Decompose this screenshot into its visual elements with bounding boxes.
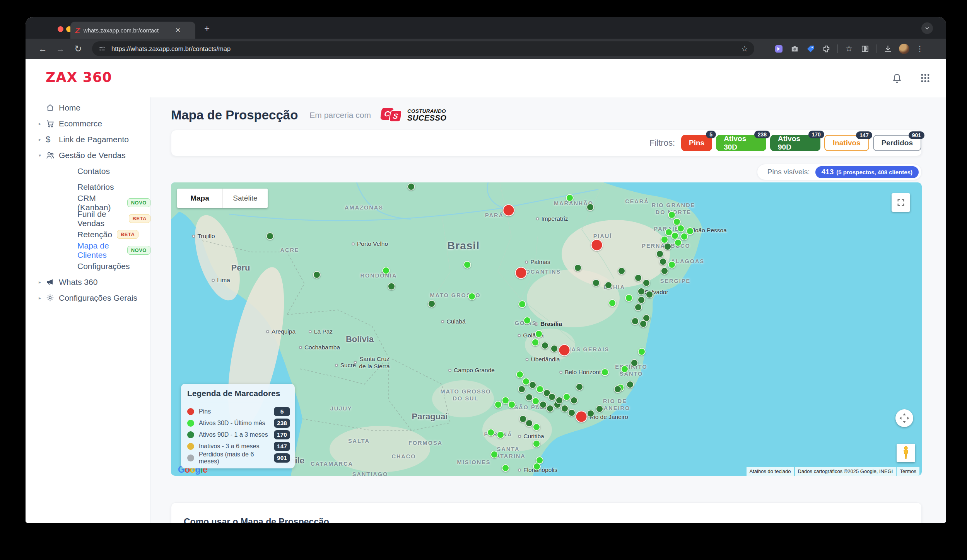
map-marker-pin[interactable] bbox=[591, 239, 603, 251]
map-marker-ativo-90d[interactable] bbox=[618, 267, 625, 275]
sidebar-item-mapa-de-clientes[interactable]: Mapa de ClientesNOVO bbox=[26, 242, 150, 258]
map-marker-ativo-30d[interactable] bbox=[508, 401, 516, 409]
sidebar-item-home[interactable]: Home bbox=[26, 100, 150, 116]
map-marker-ativo-30d[interactable] bbox=[680, 233, 688, 240]
map-marker-ativo-30d[interactable] bbox=[533, 423, 540, 431]
map-marker-ativo-90d[interactable] bbox=[642, 279, 650, 287]
sidebar-item-configura-es[interactable]: Configurações bbox=[26, 258, 150, 274]
map-marker-ativo-90d[interactable] bbox=[587, 410, 595, 417]
sidebar-item-reten-o[interactable]: RetençãoBETA bbox=[26, 226, 150, 242]
map-marker-ativo-30d[interactable] bbox=[535, 330, 543, 338]
sidebar-item-contatos[interactable]: Contatos bbox=[26, 163, 150, 179]
map-marker-ativo-90d[interactable] bbox=[541, 342, 549, 349]
filter-button-perdidos[interactable]: Perdidos901 bbox=[873, 135, 921, 151]
sidebar-item-link-de-pagamento[interactable]: ▸$Link de Pagamento bbox=[26, 131, 150, 147]
sidebar-item-ecommerce[interactable]: ▸Ecommerce bbox=[26, 116, 150, 131]
filter-button-inativos[interactable]: Inativos147 bbox=[824, 135, 869, 151]
chevron-right-icon[interactable]: ▸ bbox=[39, 137, 46, 142]
map-marker-ativo-30d[interactable] bbox=[563, 393, 571, 401]
chevron-right-icon[interactable]: ▸ bbox=[39, 295, 46, 301]
map-marker-ativo-90d[interactable] bbox=[525, 419, 533, 427]
map-marker-ativo-30d[interactable] bbox=[625, 294, 633, 302]
map-marker-ativo-90d[interactable] bbox=[518, 385, 526, 393]
reload-icon[interactable]: ↻ bbox=[73, 44, 83, 54]
map-marker-ativo-30d[interactable] bbox=[621, 365, 629, 373]
map-marker-ativo-90d[interactable] bbox=[529, 381, 536, 389]
map-marker-pin[interactable] bbox=[503, 204, 515, 216]
map-marker-ativo-30d[interactable] bbox=[668, 261, 676, 269]
sidebar-item-gest-o-de-vendas[interactable]: ▾Gestão de Vendas bbox=[26, 147, 150, 163]
map-marker-ativo-30d[interactable] bbox=[661, 236, 668, 243]
browser-tab[interactable]: Z whats.zaxapp.com.br/contact ✕ bbox=[70, 22, 195, 39]
map-marker-ativo-90d[interactable] bbox=[631, 317, 639, 325]
profile-avatar[interactable] bbox=[899, 44, 909, 54]
map-marker-ativo-30d[interactable] bbox=[608, 299, 616, 307]
help-card-heading[interactable]: Como usar o Mapa de Prospecção bbox=[171, 503, 921, 523]
map-marker-ativo-90d[interactable] bbox=[626, 381, 634, 388]
sidebar-item-funil-de-vendas[interactable]: Funil de VendasBETA bbox=[26, 211, 150, 226]
map-marker-ativo-90d[interactable] bbox=[546, 405, 554, 412]
map-marker-ativo-90d[interactable] bbox=[568, 409, 576, 417]
map-marker-ativo-30d[interactable] bbox=[532, 397, 540, 405]
map-marker-ativo-30d[interactable] bbox=[601, 368, 609, 376]
map-marker-ativo-90d[interactable] bbox=[614, 385, 622, 393]
map-marker-ativo-90d[interactable] bbox=[550, 345, 558, 352]
prospecting-map[interactable]: BrasilPeruBolíviaParaguaiChileAMAZONASAC… bbox=[171, 182, 922, 476]
map-marker-ativo-90d[interactable] bbox=[659, 258, 667, 266]
apps-grid-icon[interactable] bbox=[920, 73, 931, 85]
map-marker-ativo-90d[interactable] bbox=[388, 283, 395, 290]
pan-control[interactable] bbox=[895, 409, 913, 427]
chevron-right-icon[interactable]: ▸ bbox=[39, 279, 46, 285]
extension-tag-icon[interactable] bbox=[806, 44, 815, 53]
sidebar-item-whats-360[interactable]: ▸Whats 360 bbox=[26, 274, 150, 290]
window-close-button[interactable] bbox=[58, 26, 63, 32]
forward-icon[interactable]: → bbox=[55, 44, 65, 54]
map-marker-ativo-30d[interactable] bbox=[516, 371, 524, 378]
sidebar-item-crm-kanban-[interactable]: CRM (Kanban)NOVO bbox=[26, 195, 150, 211]
map-marker-pin[interactable] bbox=[515, 267, 527, 279]
street-view-pegman[interactable] bbox=[897, 444, 915, 462]
map-marker-ativo-30d[interactable] bbox=[502, 464, 509, 472]
map-marker-ativo-30d[interactable] bbox=[671, 232, 679, 240]
keyboard-shortcuts-link[interactable]: Atalhos do teclado bbox=[747, 467, 794, 476]
chevron-right-icon[interactable]: ▸ bbox=[39, 121, 46, 126]
map-marker-ativo-30d[interactable] bbox=[638, 348, 646, 356]
map-marker-ativo-30d[interactable] bbox=[677, 225, 685, 232]
map-marker-ativo-90d[interactable] bbox=[596, 405, 603, 413]
map-marker-ativo-90d[interactable] bbox=[548, 393, 556, 401]
map-marker-ativo-30d[interactable] bbox=[497, 431, 504, 439]
notifications-bell-icon[interactable] bbox=[891, 73, 903, 86]
map-marker-ativo-30d[interactable] bbox=[533, 463, 541, 470]
map-marker-ativo-90d[interactable] bbox=[266, 232, 274, 240]
map-marker-ativo-30d[interactable] bbox=[536, 385, 544, 393]
map-marker-ativo-30d[interactable] bbox=[382, 267, 390, 274]
tab-close-icon[interactable]: ✕ bbox=[175, 27, 181, 34]
map-marker-pin[interactable] bbox=[559, 344, 571, 356]
map-type-satellite-button[interactable]: Satélite bbox=[222, 189, 268, 208]
map-marker-ativo-90d[interactable] bbox=[592, 279, 600, 287]
map-marker-ativo-90d[interactable] bbox=[555, 397, 563, 404]
map-marker-ativo-90d[interactable] bbox=[539, 401, 547, 409]
sidebar-item-relat-rios[interactable]: Relatórios bbox=[26, 179, 150, 195]
map-marker-ativo-90d[interactable] bbox=[646, 291, 653, 298]
map-marker-ativo-90d[interactable] bbox=[637, 288, 645, 295]
map-marker-ativo-90d[interactable] bbox=[656, 250, 664, 258]
map-marker-ativo-30d[interactable] bbox=[490, 451, 498, 458]
map-marker-ativo-30d[interactable] bbox=[531, 339, 539, 346]
map-type-map-button[interactable]: Mapa bbox=[177, 189, 222, 208]
map-marker-ativo-30d[interactable] bbox=[463, 261, 471, 269]
fullscreen-button[interactable] bbox=[892, 193, 910, 212]
tab-search-chevron-icon[interactable] bbox=[921, 22, 933, 34]
zax360-logo[interactable]: ZAX 360 bbox=[46, 70, 112, 85]
bookmark-star-icon[interactable]: ☆ bbox=[741, 44, 748, 53]
map-marker-ativo-90d[interactable] bbox=[605, 281, 612, 289]
map-marker-ativo-30d[interactable] bbox=[668, 211, 676, 219]
bookmark-manager-icon[interactable]: ☆ bbox=[844, 44, 854, 53]
map-marker-ativo-90d[interactable] bbox=[661, 267, 668, 275]
extension-camera-icon[interactable] bbox=[790, 44, 799, 53]
map-marker-pin[interactable] bbox=[576, 411, 588, 423]
browser-menu-icon[interactable]: ⋮ bbox=[916, 45, 924, 53]
new-tab-button[interactable]: + bbox=[204, 24, 210, 33]
map-marker-ativo-90d[interactable] bbox=[561, 405, 569, 412]
map-marker-ativo-90d[interactable] bbox=[428, 300, 436, 308]
